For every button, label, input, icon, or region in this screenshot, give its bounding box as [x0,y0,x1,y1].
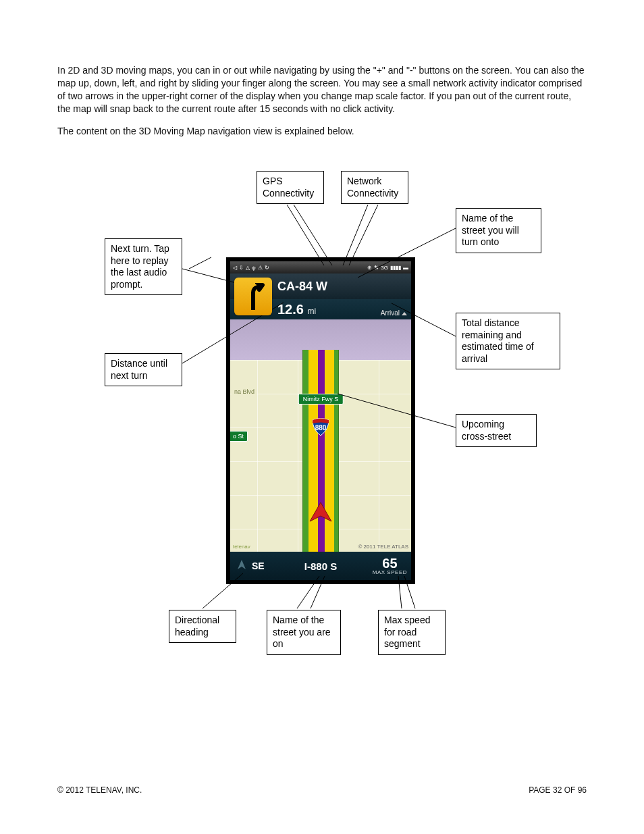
svg-line-3 [343,205,368,265]
svg-line-7 [189,257,211,269]
callout-street-onto: Name of the street you will turn onto [456,208,541,253]
network-activity-icon: ⇅ [374,265,379,271]
distance-to-turn: 12.6 mi [277,302,316,317]
callout-gps: GPS Connectivity [257,171,324,204]
interstate-shield-icon: 880 [311,417,330,438]
map-attribution-left: telenav [233,544,250,550]
side-street-sign: o St [230,431,248,442]
battery-icon: ▬ [403,265,408,271]
svg-text:880: 880 [315,424,327,432]
paragraph-1: In 2D and 3D moving maps, you can in or … [57,64,587,115]
android-status-bar: ◁ ⇩ △ ψ ⚠ ↻ ⊕ ⇅ 3G ▮▮▮▮ ▬ [230,261,411,273]
callout-network: Network Connectivity [341,171,408,204]
annotated-diagram: GPS Connectivity Network Connectivity Ne… [57,171,587,684]
callout-total-eta: Total distance remaining and estimated t… [456,313,560,369]
signal-icon: ▮▮▮▮ [390,265,401,271]
data-3g-icon: 3G [381,265,388,271]
turn-icon[interactable] [234,278,272,315]
blvd-label: na Blvd [232,387,257,396]
paragraph-2: The content on the 3D Moving Map navigat… [57,125,587,138]
callout-next-turn: Next turn. Tap here to replay the last a… [105,238,182,295]
callout-max-speed: Max speed for road segment [378,610,446,655]
vehicle-icon [308,501,333,526]
navigation-footer-bar: SE I-880 S 65 MAX SPEED [230,552,411,580]
callout-distance-turn: Distance until next turn [105,353,182,386]
status-icon: ◁ [233,265,237,271]
callout-current-street: Name of the street you are on [267,610,341,655]
footer-page-number: PAGE 32 OF 96 [529,785,587,795]
map-attribution-right: © 2011 TELE ATLAS [358,544,408,550]
cross-street-sign: Nimitz Fwy S [298,394,344,405]
status-icon: △ [246,265,250,271]
svg-line-2 [294,205,332,265]
current-street-name: I-880 S [304,561,337,572]
phone-mock: ◁ ⇩ △ ψ ⚠ ↻ ⊕ ⇅ 3G ▮▮▮▮ ▬ [226,257,415,584]
moving-map[interactable]: Nimitz Fwy S 880 o St na Blvd [230,319,411,552]
status-icon: ⇩ [239,265,244,271]
status-icon: ψ [252,265,256,271]
directional-heading: SE [252,561,265,571]
gps-icon: ⊕ [367,265,372,271]
callout-directional: Directional heading [169,610,236,643]
next-turn-street: CA-84 W [277,280,327,294]
callout-upcoming-cross: Upcoming cross-street [456,414,537,447]
navigation-header[interactable]: CA-84 W 12.6 mi Arrival [230,273,411,319]
status-icon: ↻ [265,265,269,271]
max-speed: 65 MAX SPEED [373,556,407,575]
status-icon: ⚠ [258,265,263,271]
compass-icon [236,559,248,573]
arrival-label[interactable]: Arrival [381,309,407,317]
footer-copyright: © 2012 TELENAV, INC. [57,785,142,795]
svg-line-4 [349,205,378,265]
svg-line-1 [287,205,324,265]
